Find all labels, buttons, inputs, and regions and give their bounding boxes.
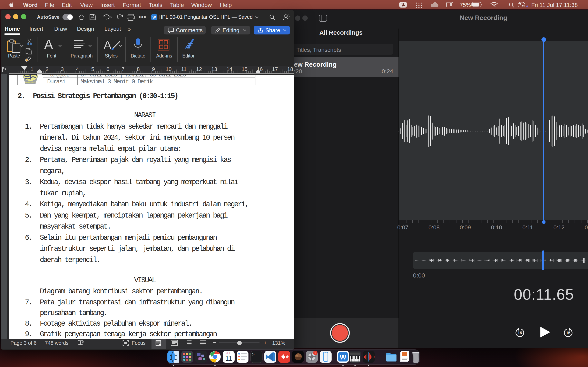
svg-text:1: 1 [30, 66, 33, 72]
svg-text:18: 18 [287, 66, 293, 72]
svg-text:6: 6 [106, 66, 109, 72]
svg-text:5: 5 [91, 66, 94, 72]
svg-text:JUL: JUL [226, 352, 231, 355]
svg-text:15: 15 [242, 66, 248, 72]
svg-text:>_: >_ [252, 352, 257, 357]
svg-text:11: 11 [181, 66, 187, 72]
svg-text:9: 9 [152, 66, 155, 72]
svg-text:SUMBER DAYA: SUMBER DAYA [25, 81, 36, 83]
svg-text:17: 17 [272, 66, 278, 72]
svg-text:4: 4 [76, 66, 79, 72]
svg-text:13: 13 [211, 66, 217, 72]
svg-text:2: 2 [46, 66, 49, 72]
svg-text:1: 1 [314, 351, 316, 355]
svg-text:W: W [153, 15, 156, 19]
svg-text:W: W [340, 353, 346, 361]
svg-text:15: 15 [566, 331, 571, 335]
svg-text:8: 8 [137, 66, 140, 72]
svg-text:12: 12 [196, 66, 202, 72]
svg-text:15: 15 [518, 331, 522, 335]
svg-text:10: 10 [166, 66, 172, 72]
svg-text:3: 3 [61, 66, 64, 72]
svg-text:14: 14 [226, 66, 232, 72]
svg-text:7: 7 [122, 66, 125, 72]
svg-text:11: 11 [225, 355, 232, 362]
